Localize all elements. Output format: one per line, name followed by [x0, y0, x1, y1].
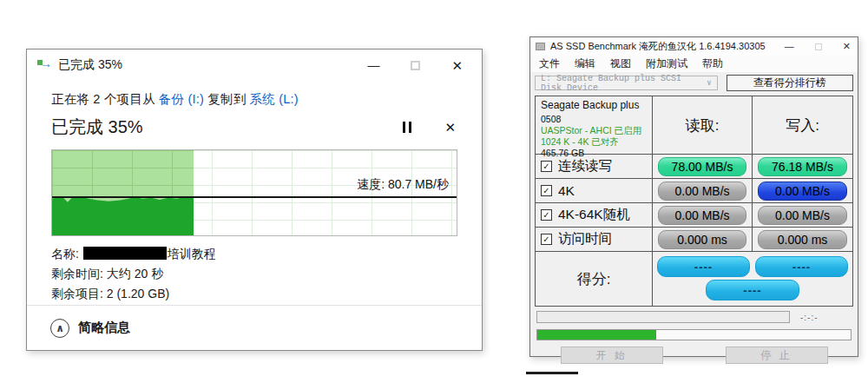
start-button[interactable]: 开 始 — [561, 347, 663, 364]
toolbar: L: Seagate Backup plus SCSI Disk Device … — [530, 72, 858, 93]
copy-footer: ∧ 简略信息 — [27, 305, 482, 350]
chevron-down-icon: ∨ — [707, 78, 711, 88]
copy-status-middle: 复制到 — [204, 92, 250, 106]
view-ranking-button[interactable]: 查看得分排行榜 — [727, 75, 853, 91]
access-time-read-cell: 0.000 ms — [653, 228, 753, 252]
value-pill: 0.00 MB/s — [658, 182, 746, 201]
benchmark-progress-bar — [536, 311, 790, 323]
row-label-sequential: ✓ 连续读写 — [536, 155, 653, 179]
benchmark-table: Seagate Backup plus 0508 UASPStor - AHCI… — [535, 96, 853, 307]
copy-details: 名称: 培训教程 剩余时间: 大约 20 秒 剩余项目: 2 (1.20 GB) — [51, 244, 457, 304]
value-pill: 0.00 MB/s — [758, 206, 847, 225]
time-remaining-line: 剩余时间: 大约 20 秒 — [51, 264, 457, 284]
row-label-text: 4K — [558, 183, 575, 199]
speed-graph-fill — [52, 196, 194, 235]
row-label-text: 连续读写 — [558, 157, 612, 175]
sequential-read-cell: 78.00 MB/s — [653, 155, 753, 179]
checkbox-access-time[interactable]: ✓ — [541, 234, 552, 245]
app-icon — [536, 43, 545, 50]
score-area: ---- ---- ---- — [653, 252, 852, 306]
benchmark-titlebar: AS SSD Benchmark 淹死的鱼汉化 1.6.4194.30305 —… — [530, 37, 858, 56]
name-line: 名称: 培训教程 — [51, 244, 457, 264]
pause-icon[interactable] — [403, 122, 411, 133]
progress-heading: 已完成 35% — [51, 116, 143, 139]
menu-bar: 文件 编辑 视图 附加测试 帮助 — [530, 56, 858, 72]
row-label-access-time: ✓ 访问时间 — [536, 228, 653, 252]
speed-label: 速度: 80.7 MB/秒 — [357, 177, 449, 193]
eta-placeholder: -:-:- — [800, 313, 819, 322]
value-pill: 0.000 ms — [658, 230, 746, 249]
drive-firmware: 0508 — [541, 114, 647, 125]
menu-view[interactable]: 视图 — [610, 56, 631, 71]
run-progress-fill — [537, 330, 656, 340]
window-title: AS SSD Benchmark 淹死的鱼汉化 1.6.4194.30305 — [550, 40, 766, 53]
window-controls: — ✕ — [785, 42, 851, 51]
drive-select-dropdown[interactable]: L: Seagate Backup plus SCSI Disk Device … — [535, 76, 718, 90]
items-remaining-line: 剩余项目: 2 (1.20 GB) — [51, 284, 457, 304]
chevron-up-circle-icon[interactable]: ∧ — [50, 319, 69, 338]
close-button[interactable]: ✕ — [843, 42, 851, 51]
copy-body: 正在将 2 个项目从 备份 (I:) 复制到 系统 (L:) 已完成 35% ✕… — [27, 81, 482, 304]
dest-drive-link[interactable]: 系统 (L:) — [250, 92, 299, 106]
blue-arrow-icon: → — [40, 56, 52, 70]
name-suffix: 培训教程 — [168, 247, 216, 261]
speed-chart: 速度: 80.7 MB/秒 — [51, 149, 457, 236]
menu-edit[interactable]: 编辑 — [575, 56, 595, 71]
4k-read-cell: 0.00 MB/s — [653, 179, 753, 203]
benchmark-window: AS SSD Benchmark 淹死的鱼汉化 1.6.4194.30305 —… — [529, 36, 858, 357]
speed-level-line — [52, 196, 457, 198]
button-row: 开 始 停 止 — [530, 347, 858, 364]
row-label-text: 访问时间 — [558, 230, 612, 248]
value-pill: 76.18 MB/s — [758, 157, 847, 176]
minimize-button[interactable]: — — [367, 59, 379, 71]
fewer-details-toggle[interactable]: 简略信息 — [78, 320, 130, 336]
copy-status-line: 正在将 2 个项目从 备份 (I:) 复制到 系统 (L:) — [51, 91, 457, 108]
checkbox-4k[interactable]: ✓ — [541, 185, 552, 196]
write-column-header: 写入: — [753, 96, 852, 155]
redacted-name-box — [83, 247, 167, 260]
checkbox-sequential[interactable]: ✓ — [541, 161, 552, 172]
value-pill-active: 0.00 MB/s — [758, 182, 847, 201]
progress-heading-row: 已完成 35% ✕ — [51, 116, 457, 139]
4k64k-write-cell: 0.00 MB/s — [753, 203, 852, 228]
drive-alignment: 1024 K - 4K 已对齐 — [541, 136, 647, 148]
4k-write-cell: 0.00 MB/s — [753, 179, 852, 203]
window-controls: — ✕ — [367, 59, 470, 72]
value-pill: 0.000 ms — [758, 230, 847, 249]
value-pill: 78.00 MB/s — [658, 157, 746, 176]
maximize-button[interactable] — [411, 61, 420, 70]
drive-select-value: L: Seagate Backup plus SCSI Disk Device — [541, 74, 707, 93]
menu-file[interactable]: 文件 — [539, 56, 560, 71]
drive-driver-status: UASPStor - AHCI 已启用 — [541, 125, 647, 136]
value-pill: 0.00 MB/s — [658, 206, 746, 225]
maximize-button[interactable] — [815, 43, 822, 50]
drive-info-cell: Seagate Backup plus 0508 UASPStor - AHCI… — [536, 96, 653, 155]
source-drive-link[interactable]: 备份 (I:) — [159, 92, 204, 106]
name-label: 名称: — [51, 247, 79, 261]
run-progress-bar — [536, 329, 852, 340]
menu-help[interactable]: 帮助 — [702, 56, 723, 71]
window-title: 已完成 35% — [58, 57, 122, 73]
score-read-pill: ---- — [657, 256, 750, 277]
score-write-pill: ---- — [755, 256, 848, 277]
sequential-write-cell: 76.18 MB/s — [753, 155, 852, 179]
background-window-edge — [526, 372, 578, 374]
drive-model: Seagate Backup plus — [541, 100, 647, 111]
row-label-4k64k: ✓ 4K-64K随机 — [536, 203, 653, 228]
minimize-button[interactable]: — — [785, 42, 794, 51]
close-button[interactable]: ✕ — [451, 59, 463, 72]
cancel-copy-icon[interactable]: ✕ — [444, 120, 456, 135]
score-total-pill: ---- — [706, 280, 800, 300]
row-label-4k: ✓ 4K — [536, 179, 653, 203]
row-label-text: 4K-64K随机 — [558, 206, 630, 224]
checkbox-4k64k[interactable]: ✓ — [541, 209, 552, 221]
copy-status-prefix: 正在将 2 个项目从 — [51, 92, 159, 106]
read-column-header: 读取: — [653, 96, 753, 155]
4k64k-read-cell: 0.00 MB/s — [653, 203, 753, 228]
menu-extra-tests[interactable]: 附加测试 — [646, 56, 687, 71]
copy-titlebar: → 已完成 35% — ✕ — [27, 50, 482, 81]
screenshot-canvas: → 已完成 35% — ✕ 正在将 2 个项目从 备份 (I:) 复制到 系统 … — [0, 0, 868, 383]
stop-button[interactable]: 停 止 — [726, 347, 828, 364]
benchmark-progress-row: -:-:- — [536, 311, 852, 323]
access-time-write-cell: 0.000 ms — [753, 228, 852, 252]
